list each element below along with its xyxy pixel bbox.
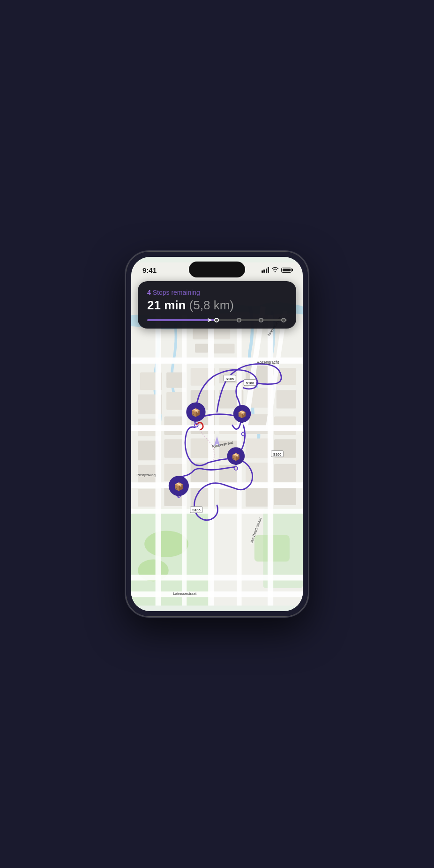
stops-remaining: 4 Stops remaining <box>147 289 287 296</box>
svg-rect-54 <box>208 315 214 606</box>
svg-text:📦: 📦 <box>174 482 184 492</box>
svg-text:S106: S106 <box>192 508 201 512</box>
svg-rect-6 <box>193 329 208 339</box>
svg-rect-39 <box>274 464 296 482</box>
stop-dot-3 <box>259 318 263 322</box>
phone-screen: 9:41 <box>131 257 303 611</box>
travel-time: 21 min <box>147 298 186 312</box>
svg-rect-9 <box>213 344 235 354</box>
svg-rect-21 <box>277 390 296 408</box>
svg-rect-52 <box>156 315 161 606</box>
svg-text:Postjesweg: Postjesweg <box>136 473 156 477</box>
stop-dot-4 <box>281 318 286 322</box>
svg-rect-32 <box>246 438 270 458</box>
svg-text:📦: 📦 <box>232 452 240 461</box>
signal-bars-icon <box>262 267 269 273</box>
wifi-icon <box>271 267 279 274</box>
svg-rect-44 <box>246 487 270 507</box>
arrow-indicator: ➤ <box>207 317 212 323</box>
status-time: 9:41 <box>142 266 157 274</box>
svg-text:Rozengracht: Rozengracht <box>256 360 279 365</box>
svg-point-3 <box>144 531 188 557</box>
progress-container: ➤ <box>147 319 287 321</box>
stop-dot-2 <box>237 318 241 322</box>
battery-icon <box>281 268 292 273</box>
svg-text:📦: 📦 <box>238 410 247 419</box>
svg-text:S100: S100 <box>273 452 282 456</box>
svg-rect-56 <box>268 315 273 606</box>
svg-rect-38 <box>246 463 270 482</box>
svg-rect-53 <box>182 315 187 606</box>
nav-card: 4 Stops remaining 21 min (5,8 km) ➤ <box>138 281 296 329</box>
time-distance: 21 min (5,8 km) <box>147 298 287 313</box>
dynamic-island <box>189 262 245 277</box>
svg-text:S105: S105 <box>225 377 234 381</box>
status-icons <box>262 267 292 274</box>
progress-track: ➤ <box>147 319 287 321</box>
stops-number: 4 <box>147 289 151 296</box>
travel-distance: (5,8 km) <box>189 298 234 312</box>
svg-text:Lairessestraat: Lairessestraat <box>173 591 197 596</box>
svg-rect-1 <box>131 509 210 606</box>
progress-fill <box>147 319 214 321</box>
svg-text:S100: S100 <box>246 381 254 385</box>
stops-label: Stops remaining <box>153 289 200 296</box>
svg-text:📦: 📦 <box>191 408 201 418</box>
svg-rect-8 <box>195 344 208 353</box>
stop-dot-1 <box>214 318 219 322</box>
phone-frame: 9:41 <box>126 251 308 617</box>
svg-rect-45 <box>274 487 296 505</box>
